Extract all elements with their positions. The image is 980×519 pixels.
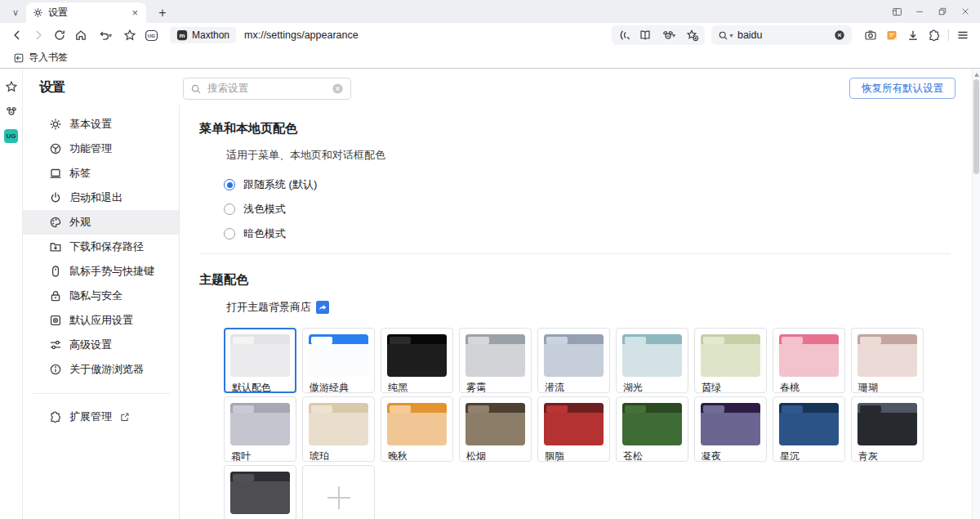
theme-preview-tab xyxy=(703,337,724,344)
browser-window: ∨ 设置 × + ▼ UG m Maxthon mx://settings/ap… xyxy=(0,0,980,519)
sidebar-item[interactable]: 默认应用设置 xyxy=(23,308,180,333)
url-text[interactable]: mx://settings/appearance xyxy=(244,29,612,41)
theme-preview xyxy=(466,334,525,377)
favorite-star-icon[interactable] xyxy=(119,25,140,46)
undo-icon[interactable]: ▼ xyxy=(91,25,119,46)
share-arrow-icon xyxy=(316,301,329,314)
theme-preview xyxy=(622,403,682,445)
theme-card[interactable]: 苍松 xyxy=(616,396,688,462)
theme-card[interactable]: 星沉 xyxy=(773,396,845,462)
add-theme-button[interactable] xyxy=(302,465,375,519)
theme-card[interactable]: 青灰 xyxy=(851,396,924,462)
sidebar-item-icon xyxy=(49,191,62,204)
sidebar-item[interactable]: 鼠标手势与快捷键 xyxy=(23,259,180,284)
open-theme-store-link[interactable]: 打开主题背景商店 xyxy=(226,300,329,315)
color-mode-option[interactable]: 跟随系统 (默认) xyxy=(224,172,317,197)
favorites-panel-icon[interactable] xyxy=(5,80,18,93)
tab-close-icon[interactable]: × xyxy=(130,7,140,18)
vertical-scrollbar[interactable] xyxy=(972,69,980,519)
theme-name: 傲游经典 xyxy=(310,381,374,393)
bee-panel-icon[interactable] xyxy=(5,105,18,118)
color-mode-options: 跟随系统 (默认) 浅色模式 暗色模式 xyxy=(224,172,951,246)
theme-card[interactable]: 春桃 xyxy=(773,328,845,393)
sidebar-item[interactable]: 标签 xyxy=(23,161,180,186)
theme-card[interactable]: 霜叶 xyxy=(224,396,296,462)
radio-icon xyxy=(224,228,235,239)
theme-name: 春桃 xyxy=(780,381,844,393)
back-icon[interactable] xyxy=(7,25,28,46)
minimize-button[interactable] xyxy=(908,0,931,23)
main-menu-icon[interactable] xyxy=(952,25,973,46)
restore-window-button[interactable] xyxy=(931,0,954,23)
ug-badge-icon[interactable]: UG xyxy=(4,129,18,143)
close-window-button[interactable] xyxy=(954,0,977,23)
sidebar-item[interactable]: 功能管理 xyxy=(23,136,180,161)
theme-card[interactable]: 晚秋 xyxy=(381,396,453,462)
clear-search-icon[interactable] xyxy=(834,29,845,41)
menu-colors-section-title: 菜单和本地页配色 xyxy=(199,121,951,136)
scroll-up-arrow-icon[interactable] xyxy=(974,73,979,77)
search-icon xyxy=(718,30,728,41)
sidebar-item[interactable]: 外观 xyxy=(23,210,180,235)
theme-card[interactable]: 暗夜 xyxy=(224,465,296,519)
refresh-icon[interactable] xyxy=(49,25,70,46)
quick-search-box[interactable]: ▼ baidu xyxy=(711,25,852,45)
theme-card[interactable]: 雾霭 xyxy=(459,328,532,393)
theme-preview-tab xyxy=(782,405,803,413)
ug-mode-icon[interactable]: UG xyxy=(140,25,162,46)
clear-input-icon[interactable] xyxy=(332,83,344,95)
sidebar-item[interactable]: 隐私与安全 xyxy=(23,284,180,308)
theme-colors-section-title: 主题配色 xyxy=(199,272,951,288)
theme-card[interactable]: 潜流 xyxy=(537,328,610,393)
color-mode-label: 浅色模式 xyxy=(243,202,286,217)
theme-card[interactable]: 胭脂 xyxy=(537,396,610,462)
theme-card[interactable]: 珊瑚 xyxy=(851,328,924,393)
theme-card[interactable]: 傲游经典 xyxy=(302,328,375,393)
radio-icon xyxy=(224,179,235,190)
theme-card[interactable]: 默认配色 xyxy=(224,328,296,393)
scrollbar-thumb[interactable] xyxy=(973,79,979,174)
forward-icon[interactable] xyxy=(28,25,49,46)
bee-menu-icon[interactable]: ▼ xyxy=(656,25,682,46)
restore-defaults-button[interactable]: 恢复所有默认设置 xyxy=(849,78,956,99)
side-panel-icon[interactable] xyxy=(885,0,908,23)
theme-card[interactable]: 茵绿 xyxy=(694,328,767,393)
sidebar-item[interactable]: 高级设置 xyxy=(23,333,180,357)
theme-preview xyxy=(466,403,525,445)
theme-name: 苍松 xyxy=(623,450,688,462)
theme-name: 珊瑚 xyxy=(858,381,923,393)
theme-preview xyxy=(622,334,682,377)
color-mode-option[interactable]: 暗色模式 xyxy=(224,221,286,246)
sidebar-item-label: 启动和退出 xyxy=(69,190,122,205)
site-identity-chip[interactable]: m Maxthon xyxy=(170,27,236,43)
sidebar-item[interactable]: 下载和保存路径 xyxy=(23,235,180,259)
color-mode-option[interactable]: 浅色模式 xyxy=(224,197,286,221)
home-icon[interactable] xyxy=(70,25,91,46)
add-favorite-icon[interactable] xyxy=(682,25,703,46)
download-icon[interactable] xyxy=(902,25,924,46)
sidebar-divider xyxy=(33,393,170,394)
svg-text:UG: UG xyxy=(147,33,154,38)
reading-mode-icon[interactable] xyxy=(635,25,656,46)
theme-card[interactable]: 松烟 xyxy=(459,396,532,462)
tab-list-chevron-icon[interactable]: ∨ xyxy=(5,3,26,21)
sidebar-item-extensions[interactable]: 扩展管理 xyxy=(23,405,180,429)
theme-preview xyxy=(858,403,917,445)
theme-card[interactable]: 湖光 xyxy=(616,328,688,393)
theme-card[interactable]: 琥珀 xyxy=(302,396,375,462)
sidebar-item[interactable]: 启动和退出 xyxy=(23,186,180,210)
active-tab[interactable]: 设置 × xyxy=(26,2,146,23)
extensions-icon[interactable] xyxy=(924,25,945,46)
theme-card[interactable]: 凝夜 xyxy=(694,396,767,462)
import-bookmarks-button[interactable]: 导入书签 xyxy=(8,49,73,66)
theme-name: 潜流 xyxy=(545,381,609,393)
settings-search-placeholder: 搜索设置 xyxy=(207,82,326,96)
settings-search-input[interactable]: 搜索设置 xyxy=(183,78,351,100)
sidebar-item[interactable]: 关于傲游浏览器 xyxy=(23,357,180,382)
sidebar-item[interactable]: 基本设置 xyxy=(23,112,180,136)
new-tab-button[interactable]: + xyxy=(153,3,172,23)
theme-card[interactable]: 纯黑 xyxy=(381,328,453,393)
read-aloud-icon[interactable] xyxy=(613,25,635,46)
maxnote-icon[interactable] xyxy=(881,25,902,46)
screenshot-icon[interactable] xyxy=(860,25,881,46)
